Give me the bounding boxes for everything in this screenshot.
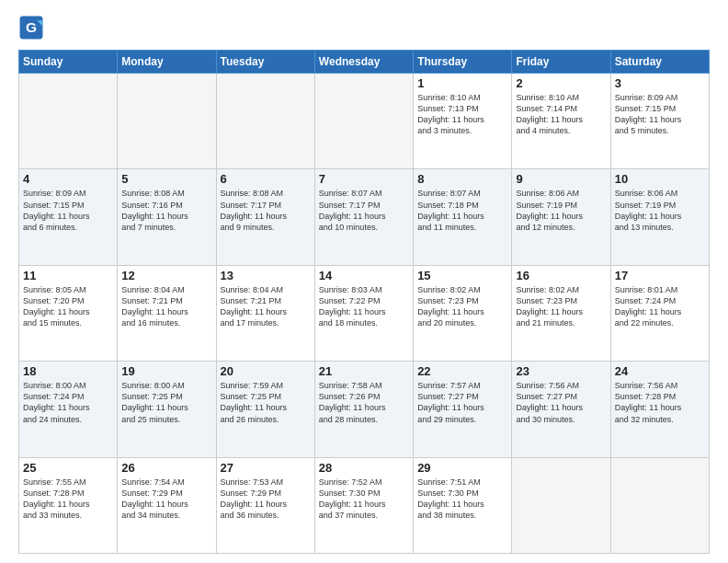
day-cell: 5Sunrise: 8:08 AM Sunset: 7:16 PM Daylig…	[118, 169, 216, 265]
day-number: 2	[516, 76, 606, 90]
day-cell: 25Sunrise: 7:55 AM Sunset: 7:28 PM Dayli…	[19, 457, 118, 553]
day-cell: 10Sunrise: 8:06 AM Sunset: 7:19 PM Dayli…	[610, 169, 709, 265]
day-cell	[216, 74, 314, 169]
day-info: Sunrise: 7:56 AM Sunset: 7:28 PM Dayligh…	[615, 380, 705, 425]
day-cell: 1Sunrise: 8:10 AM Sunset: 7:13 PM Daylig…	[414, 74, 512, 169]
day-cell: 6Sunrise: 8:08 AM Sunset: 7:17 PM Daylig…	[216, 169, 314, 265]
day-info: Sunrise: 8:09 AM Sunset: 7:15 PM Dayligh…	[23, 188, 113, 233]
day-number: 4	[23, 172, 113, 186]
day-cell: 27Sunrise: 7:53 AM Sunset: 7:29 PM Dayli…	[216, 457, 314, 553]
day-number: 21	[319, 364, 409, 378]
day-number: 22	[417, 364, 507, 378]
day-info: Sunrise: 7:53 AM Sunset: 7:29 PM Dayligh…	[221, 477, 311, 522]
day-info: Sunrise: 7:58 AM Sunset: 7:26 PM Dayligh…	[319, 380, 409, 425]
day-number: 28	[319, 461, 409, 475]
day-cell: 18Sunrise: 8:00 AM Sunset: 7:24 PM Dayli…	[19, 362, 118, 457]
day-info: Sunrise: 8:06 AM Sunset: 7:19 PM Dayligh…	[516, 188, 606, 233]
week-row-1: 1Sunrise: 8:10 AM Sunset: 7:13 PM Daylig…	[19, 74, 710, 169]
day-info: Sunrise: 8:10 AM Sunset: 7:13 PM Dayligh…	[417, 92, 507, 137]
day-cell: 21Sunrise: 7:58 AM Sunset: 7:26 PM Dayli…	[314, 362, 413, 457]
weekday-thursday: Thursday	[414, 51, 512, 74]
day-cell: 2Sunrise: 8:10 AM Sunset: 7:14 PM Daylig…	[512, 74, 610, 169]
day-number: 29	[417, 461, 507, 475]
weekday-monday: Monday	[118, 51, 216, 74]
day-cell	[118, 74, 216, 169]
day-info: Sunrise: 7:56 AM Sunset: 7:27 PM Dayligh…	[516, 380, 606, 425]
day-cell: 17Sunrise: 8:01 AM Sunset: 7:24 PM Dayli…	[610, 265, 709, 361]
day-number: 23	[516, 364, 606, 378]
day-cell	[610, 457, 709, 553]
day-cell: 23Sunrise: 7:56 AM Sunset: 7:27 PM Dayli…	[512, 362, 610, 457]
day-info: Sunrise: 8:04 AM Sunset: 7:21 PM Dayligh…	[221, 284, 311, 329]
day-number: 11	[23, 269, 113, 282]
day-cell: 24Sunrise: 7:56 AM Sunset: 7:28 PM Dayli…	[610, 362, 709, 457]
day-cell: 19Sunrise: 8:00 AM Sunset: 7:25 PM Dayli…	[118, 362, 216, 457]
day-number: 6	[221, 172, 311, 186]
day-info: Sunrise: 8:07 AM Sunset: 7:17 PM Dayligh…	[319, 188, 409, 233]
day-number: 1	[417, 76, 507, 90]
day-info: Sunrise: 7:55 AM Sunset: 7:28 PM Dayligh…	[23, 477, 113, 522]
day-info: Sunrise: 8:00 AM Sunset: 7:24 PM Dayligh…	[23, 380, 113, 425]
day-info: Sunrise: 7:52 AM Sunset: 7:30 PM Dayligh…	[319, 477, 409, 522]
day-cell: 13Sunrise: 8:04 AM Sunset: 7:21 PM Dayli…	[216, 265, 314, 361]
day-info: Sunrise: 8:04 AM Sunset: 7:21 PM Dayligh…	[121, 284, 211, 329]
day-number: 26	[121, 461, 211, 475]
day-info: Sunrise: 8:06 AM Sunset: 7:19 PM Dayligh…	[615, 188, 705, 233]
page: G SundayMondayTuesdayWednesdayThursdayFr…	[0, 0, 728, 563]
week-row-4: 18Sunrise: 8:00 AM Sunset: 7:24 PM Dayli…	[19, 362, 710, 457]
day-cell: 3Sunrise: 8:09 AM Sunset: 7:15 PM Daylig…	[610, 74, 709, 169]
day-number: 13	[221, 269, 311, 282]
weekday-header-row: SundayMondayTuesdayWednesdayThursdayFrid…	[19, 51, 710, 74]
day-number: 10	[615, 172, 705, 186]
day-info: Sunrise: 8:07 AM Sunset: 7:18 PM Dayligh…	[417, 188, 507, 233]
day-number: 8	[417, 172, 507, 186]
day-number: 14	[319, 269, 409, 282]
day-number: 20	[221, 364, 311, 378]
day-cell: 4Sunrise: 8:09 AM Sunset: 7:15 PM Daylig…	[19, 169, 118, 265]
day-cell: 26Sunrise: 7:54 AM Sunset: 7:29 PM Dayli…	[118, 457, 216, 553]
day-number: 12	[121, 269, 211, 282]
day-info: Sunrise: 8:03 AM Sunset: 7:22 PM Dayligh…	[319, 284, 409, 329]
logo-icon: G	[18, 15, 44, 40]
day-info: Sunrise: 8:09 AM Sunset: 7:15 PM Dayligh…	[615, 92, 705, 137]
day-number: 25	[23, 461, 113, 475]
week-row-5: 25Sunrise: 7:55 AM Sunset: 7:28 PM Dayli…	[19, 457, 710, 553]
day-cell: 22Sunrise: 7:57 AM Sunset: 7:27 PM Dayli…	[414, 362, 512, 457]
day-cell: 11Sunrise: 8:05 AM Sunset: 7:20 PM Dayli…	[19, 265, 118, 361]
day-cell: 14Sunrise: 8:03 AM Sunset: 7:22 PM Dayli…	[314, 265, 413, 361]
day-info: Sunrise: 7:57 AM Sunset: 7:27 PM Dayligh…	[417, 380, 507, 425]
day-info: Sunrise: 8:02 AM Sunset: 7:23 PM Dayligh…	[516, 284, 606, 329]
day-number: 15	[417, 269, 507, 282]
day-number: 9	[516, 172, 606, 186]
day-number: 7	[319, 172, 409, 186]
day-number: 27	[221, 461, 311, 475]
day-info: Sunrise: 8:01 AM Sunset: 7:24 PM Dayligh…	[615, 284, 705, 329]
day-cell: 20Sunrise: 7:59 AM Sunset: 7:25 PM Dayli…	[216, 362, 314, 457]
day-info: Sunrise: 8:02 AM Sunset: 7:23 PM Dayligh…	[417, 284, 507, 329]
day-info: Sunrise: 8:08 AM Sunset: 7:16 PM Dayligh…	[121, 188, 211, 233]
day-cell: 9Sunrise: 8:06 AM Sunset: 7:19 PM Daylig…	[512, 169, 610, 265]
day-cell: 15Sunrise: 8:02 AM Sunset: 7:23 PM Dayli…	[414, 265, 512, 361]
day-cell	[314, 74, 413, 169]
day-cell: 8Sunrise: 8:07 AM Sunset: 7:18 PM Daylig…	[414, 169, 512, 265]
week-row-2: 4Sunrise: 8:09 AM Sunset: 7:15 PM Daylig…	[19, 169, 710, 265]
day-info: Sunrise: 8:10 AM Sunset: 7:14 PM Dayligh…	[516, 92, 606, 137]
day-number: 24	[615, 364, 705, 378]
week-row-3: 11Sunrise: 8:05 AM Sunset: 7:20 PM Dayli…	[19, 265, 710, 361]
day-info: Sunrise: 8:00 AM Sunset: 7:25 PM Dayligh…	[121, 380, 211, 425]
header: G	[18, 15, 710, 40]
svg-text:G: G	[26, 19, 37, 35]
day-cell: 16Sunrise: 8:02 AM Sunset: 7:23 PM Dayli…	[512, 265, 610, 361]
day-info: Sunrise: 7:54 AM Sunset: 7:29 PM Dayligh…	[121, 477, 211, 522]
weekday-tuesday: Tuesday	[216, 51, 314, 74]
day-number: 19	[121, 364, 211, 378]
day-info: Sunrise: 7:51 AM Sunset: 7:30 PM Dayligh…	[417, 477, 507, 522]
day-cell: 7Sunrise: 8:07 AM Sunset: 7:17 PM Daylig…	[314, 169, 413, 265]
calendar-table: SundayMondayTuesdayWednesdayThursdayFrid…	[18, 50, 710, 554]
day-number: 18	[23, 364, 113, 378]
day-cell: 29Sunrise: 7:51 AM Sunset: 7:30 PM Dayli…	[414, 457, 512, 553]
day-cell	[19, 74, 118, 169]
day-info: Sunrise: 7:59 AM Sunset: 7:25 PM Dayligh…	[221, 380, 311, 425]
logo: G	[18, 15, 48, 40]
day-number: 17	[615, 269, 705, 282]
